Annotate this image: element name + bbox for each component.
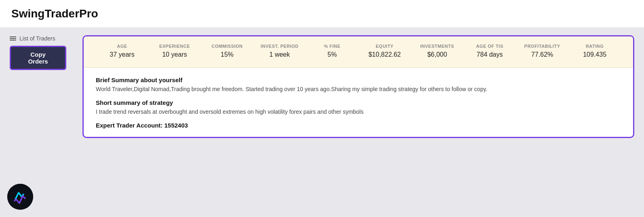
list-of-traders-link[interactable]: List of Traders: [10, 35, 74, 42]
stat-value-8: 77.62%: [531, 51, 553, 58]
strategy-text: I trade trend reversals at overbought an…: [96, 108, 621, 116]
stat-label-1: EXPERIENCE: [159, 44, 190, 49]
stat-col-0: AGE37 years: [96, 44, 148, 58]
stat-value-1: 10 years: [162, 51, 187, 58]
stat-label-7: AGE OF TIS: [476, 44, 503, 49]
brief-summary-title: Brief Summary about yourself: [96, 77, 621, 83]
strategy-title: Short summary of strategy: [96, 99, 621, 106]
stats-table: AGE37 yearsEXPERIENCE10 yearsCOMMISSION1…: [84, 36, 633, 68]
stat-col-6: INVESTMENTS$6,000: [411, 44, 463, 58]
stat-label-8: PROFITABILITY: [524, 44, 560, 49]
left-panel: List of Traders Copy Orders: [10, 35, 74, 70]
stat-col-3: INVEST. PERIOD1 week: [253, 44, 306, 58]
details-section: Brief Summary about yourself World Trave…: [84, 68, 633, 137]
svg-point-0: [7, 184, 33, 210]
stat-col-8: PROFITABILITY77.62%: [516, 44, 568, 58]
stat-value-2: 15%: [221, 51, 234, 58]
stat-label-4: % FINE: [324, 44, 340, 49]
brief-summary-text: World Traveler,Digital Nomad,Trading bro…: [96, 85, 621, 94]
app-title: SwingTraderPro: [11, 7, 98, 20]
stat-label-0: AGE: [117, 44, 127, 49]
stat-value-5: $10,822.62: [368, 51, 401, 58]
strategy-block: Short summary of strategy I trade trend …: [96, 99, 621, 116]
trader-card: AGE37 yearsEXPERIENCE10 yearsCOMMISSION1…: [82, 35, 634, 138]
stat-value-3: 1 week: [269, 51, 290, 58]
stat-value-9: 109.435: [583, 51, 606, 58]
stat-label-2: COMMISSION: [211, 44, 243, 49]
list-of-traders-label: List of Traders: [19, 35, 55, 42]
list-icon: [10, 36, 16, 40]
stat-value-7: 784 days: [477, 51, 503, 58]
stat-col-2: COMMISSION15%: [201, 44, 253, 58]
brief-summary-block: Brief Summary about yourself World Trave…: [96, 77, 621, 94]
stat-col-1: EXPERIENCE10 years: [148, 44, 201, 58]
stat-col-5: EQUITY$10,822.62: [359, 44, 411, 58]
copy-orders-button[interactable]: Copy Orders: [10, 46, 66, 70]
stat-col-9: RATING109.435: [568, 44, 621, 58]
stat-value-0: 37 years: [110, 51, 134, 58]
main-content: List of Traders Copy Orders AGE37 yearsE…: [0, 28, 644, 145]
stat-label-3: INVEST. PERIOD: [261, 44, 299, 49]
stat-label-5: EQUITY: [376, 44, 394, 49]
stat-label-6: INVESTMENTS: [420, 44, 454, 49]
stat-value-4: 5%: [327, 51, 337, 58]
app-header: SwingTraderPro: [0, 0, 644, 28]
stat-value-6: $6,000: [427, 51, 447, 58]
stat-col-4: % FINE5%: [306, 44, 359, 58]
stat-col-7: AGE OF TIS784 days: [463, 44, 516, 58]
stat-label-9: RATING: [586, 44, 604, 49]
logo-icon: [7, 184, 33, 210]
logo-circle: [7, 184, 33, 210]
account-block: Expert Trader Account: 1552403: [96, 122, 621, 129]
account-title: Expert Trader Account: 1552403: [96, 122, 621, 129]
